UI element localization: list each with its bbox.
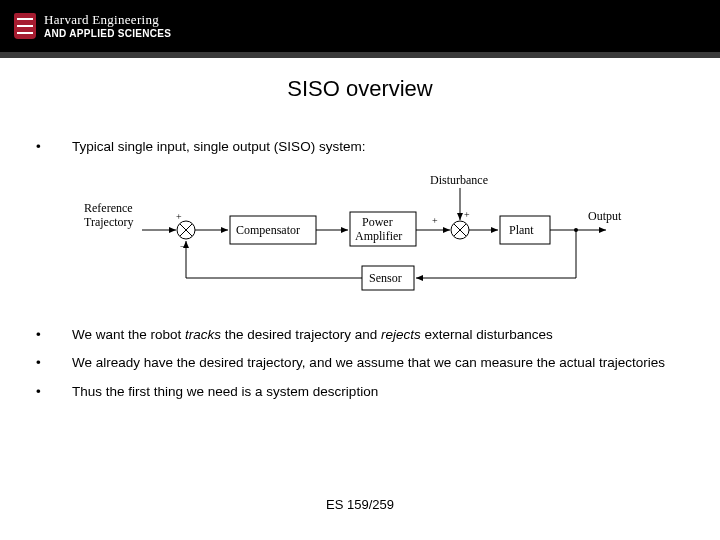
list-item: • Typical single input, single output (S… [36, 138, 684, 156]
label-power-2: Amplifier [355, 229, 402, 243]
label-reference-1: Reference [84, 201, 133, 215]
bullet-text: We want the robot tracks the desired tra… [72, 326, 684, 344]
logo-line1: Harvard Engineering [44, 13, 171, 27]
label-power-1: Power [362, 215, 393, 229]
label-reference-2: Trajectory [84, 215, 134, 229]
bullet-list: • Typical single input, single output (S… [36, 138, 684, 156]
header-band: Harvard Engineering AND APPLIED SCIENCES [0, 0, 720, 52]
bullet-text: Thus the first thing we need is a system… [72, 383, 684, 401]
label-compensator: Compensator [236, 223, 300, 237]
label-disturbance: Disturbance [430, 173, 488, 187]
list-item: • We want the robot tracks the desired t… [36, 326, 684, 344]
header-underbar [0, 52, 720, 58]
slide-content: • Typical single input, single output (S… [0, 138, 720, 401]
slide-title: SISO overview [0, 76, 720, 102]
institution-logo: Harvard Engineering AND APPLIED SCIENCES [14, 13, 171, 39]
bullet-text: Typical single input, single output (SIS… [72, 138, 684, 156]
logo-text: Harvard Engineering AND APPLIED SCIENCES [44, 13, 171, 38]
logo-line2: AND APPLIED SCIENCES [44, 28, 171, 39]
list-item: • We already have the desired trajectory… [36, 354, 684, 372]
bullet-text: We already have the desired trajectory, … [72, 354, 684, 372]
bullet-list-2: • We want the robot tracks the desired t… [36, 326, 684, 401]
sum1-minus: − [180, 241, 186, 252]
sum2-plus-left: + [432, 215, 438, 226]
shield-icon [14, 13, 36, 39]
list-item: • Thus the first thing we need is a syst… [36, 383, 684, 401]
label-sensor: Sensor [369, 271, 402, 285]
siso-block-diagram: Reference Trajectory + − Compensator Pow… [80, 170, 640, 304]
sum2-plus-top: + [464, 209, 470, 220]
slide-footer: ES 159/259 [0, 497, 720, 512]
label-plant: Plant [509, 223, 534, 237]
sum1-plus: + [176, 211, 182, 222]
label-output: Output [588, 209, 622, 223]
